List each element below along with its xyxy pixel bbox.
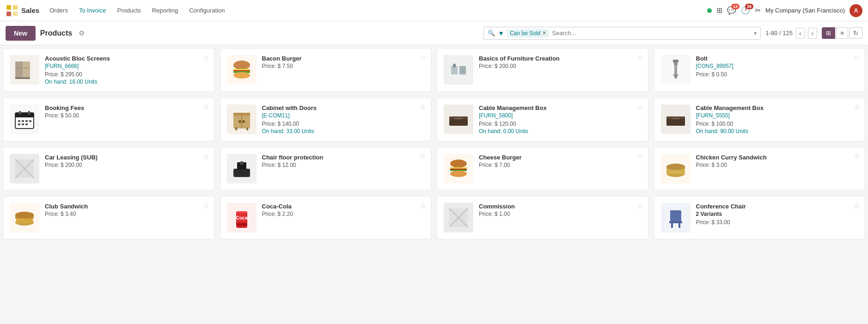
svg-rect-38 [246, 128, 248, 130]
nav-configuration[interactable]: Configuration [184, 4, 229, 17]
product-info: Cheese BurgerPrice: $ 7.00 [479, 154, 642, 169]
favorite-button[interactable]: ☆ [203, 103, 209, 111]
extra-view-button[interactable]: ↻ [849, 27, 862, 39]
product-info: Chicken Curry SandwichPrice: $ 3.00 [696, 154, 859, 169]
product-price: Price: $ 50.00 [45, 112, 208, 119]
product-onhand: On hand: 33.00 Units [262, 128, 425, 134]
favorite-button[interactable]: ☆ [420, 152, 426, 161]
product-card[interactable]: Conference Chair2 VariantsPrice: $ 33.00… [654, 196, 866, 239]
app-logo[interactable]: Sales [6, 4, 39, 17]
product-card[interactable]: Basics of Furniture CreationPrice: $ 200… [437, 48, 648, 92]
product-image [661, 55, 691, 85]
product-price: Price: $ 100.00 [696, 121, 859, 127]
svg-rect-8 [24, 68, 29, 68]
svg-rect-31 [25, 123, 28, 125]
favorite-button[interactable]: ☆ [420, 201, 426, 210]
grid-icon[interactable]: ⊞ [716, 6, 722, 15]
product-card[interactable]: Booking FeesPrice: $ 50.00☆ [3, 98, 214, 141]
favorite-button[interactable]: ☆ [637, 201, 643, 210]
product-card[interactable]: Cabinet with Doors[E-COM11]Price: $ 140.… [220, 98, 432, 141]
svg-point-59 [666, 164, 685, 170]
product-info: Acoustic Bloc Screens[FURN_6666]Price: $… [45, 55, 208, 85]
product-price: Price: $ 33.00 [696, 219, 859, 226]
svg-rect-25 [18, 120, 20, 122]
search-dropdown-icon[interactable]: ▾ [754, 30, 757, 37]
nav-to-invoice[interactable]: To Invoice [74, 4, 111, 17]
product-price: Price: $ 7.00 [479, 162, 642, 168]
clock-icon[interactable]: 🕐 36 [741, 6, 750, 15]
product-name: Conference Chair [696, 203, 859, 210]
chat-icon[interactable]: 💬 13 [727, 6, 736, 15]
filter-icon[interactable]: ▼ [498, 30, 504, 37]
product-card[interactable]: CommissionPrice: $ 1.00☆ [437, 196, 648, 239]
product-card[interactable]: Chair floor protectionPrice: $ 12.00☆ [220, 147, 432, 190]
product-card[interactable]: Bacon BurgerPrice: $ 7.50☆ [220, 48, 432, 92]
svg-rect-73 [669, 221, 682, 223]
company-name[interactable]: My Company (San Francisco) [765, 7, 845, 14]
product-name: Car Leasing (SUB) [45, 154, 208, 161]
product-card[interactable]: Cable Management Box[FURN_5555]Price: $ … [654, 98, 866, 141]
favorite-button[interactable]: ☆ [854, 103, 860, 111]
product-card[interactable]: Cable Management Box[FURN_5800]Price: $ … [437, 98, 648, 141]
search-input[interactable] [552, 30, 751, 37]
favorite-button[interactable]: ☆ [637, 103, 643, 111]
svg-rect-41 [455, 118, 462, 119]
svg-rect-65 [236, 211, 247, 214]
product-info: Cable Management Box[FURN_5800]Price: $ … [479, 104, 642, 134]
favorite-button[interactable]: ☆ [854, 53, 860, 62]
product-card[interactable]: Cheese BurgerPrice: $ 7.00☆ [437, 147, 648, 190]
svg-rect-5 [23, 61, 30, 78]
product-price: Price: $ 200.00 [479, 63, 642, 69]
product-info: Chair floor protectionPrice: $ 12.00 [262, 154, 425, 169]
svg-rect-75 [679, 223, 680, 228]
favorite-button[interactable]: ☆ [420, 53, 426, 62]
app-name: Sales [21, 6, 39, 14]
product-card[interactable]: Chicken Curry SandwichPrice: $ 3.00☆ [654, 147, 866, 190]
favorite-button[interactable]: ☆ [854, 152, 860, 161]
favorite-button[interactable]: ☆ [637, 152, 643, 161]
next-page-button[interactable]: › [808, 28, 818, 39]
favorite-button[interactable]: ☆ [854, 201, 860, 210]
new-button[interactable]: New [6, 26, 36, 41]
svg-rect-18 [673, 60, 679, 62]
search-icon: 🔍 [488, 30, 495, 37]
nav-orders[interactable]: Orders [45, 4, 73, 17]
filter-tag-remove[interactable]: ✕ [542, 30, 546, 36]
product-price: Price: $ 200.00 [45, 162, 208, 168]
kanban-view-button[interactable]: ⊞ [822, 27, 835, 39]
product-info: Conference Chair2 VariantsPrice: $ 33.00 [696, 203, 859, 226]
svg-rect-44 [672, 118, 679, 119]
favorite-button[interactable]: ☆ [637, 53, 643, 62]
tools-icon[interactable]: ✂ [755, 6, 761, 15]
topnav: Sales Orders To Invoice Products Reporti… [0, 0, 868, 21]
favorite-button[interactable]: ☆ [420, 103, 426, 111]
svg-point-9 [233, 61, 250, 70]
product-ref: [FURN_5800] [479, 112, 642, 119]
favorite-button[interactable]: ☆ [203, 152, 209, 161]
prev-page-button[interactable]: ‹ [795, 28, 805, 39]
svg-point-63 [15, 212, 34, 218]
product-price: Price: $ 140.00 [262, 121, 425, 127]
user-avatar[interactable]: A [850, 4, 862, 17]
product-card[interactable]: Acoustic Bloc Screens[FURN_6666]Price: $… [3, 48, 214, 92]
favorite-button[interactable]: ☆ [203, 201, 209, 210]
product-card[interactable]: Club SandwichPrice: $ 3.40☆ [3, 196, 214, 239]
product-info: Club SandwichPrice: $ 3.40 [45, 203, 208, 218]
status-indicator [707, 8, 712, 13]
nav-reporting[interactable]: Reporting [147, 4, 183, 17]
product-card[interactable]: Bolt[CONS_89957]Price: $ 0.50☆ [654, 48, 866, 92]
product-card[interactable]: CocaCoca-ColaPrice: $ 2.20☆ [220, 196, 432, 239]
product-card[interactable]: Car Leasing (SUB)Price: $ 200.00☆ [3, 147, 214, 190]
product-image [10, 203, 39, 232]
product-info: Bacon BurgerPrice: $ 7.50 [262, 55, 425, 70]
list-view-button[interactable]: ≡ [836, 27, 848, 39]
product-image [10, 55, 39, 85]
product-ref: [FURN_5555] [696, 112, 859, 119]
nav-products[interactable]: Products [112, 4, 145, 17]
favorite-button[interactable]: ☆ [203, 53, 209, 62]
svg-marker-20 [673, 74, 679, 79]
product-name: Basics of Furniture Creation [479, 55, 642, 62]
product-name: Commission [479, 203, 642, 210]
settings-gear-icon[interactable]: ⚙ [79, 29, 85, 37]
product-image [227, 104, 257, 134]
